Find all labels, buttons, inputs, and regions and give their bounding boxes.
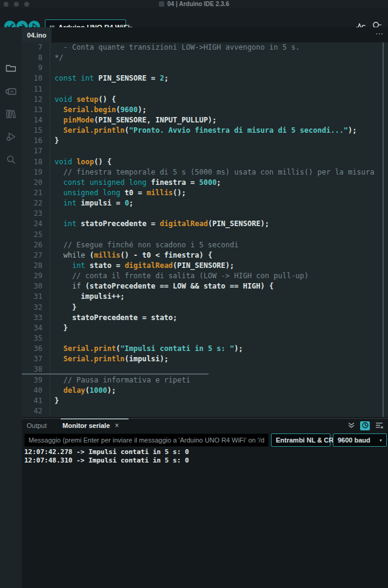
code-line[interactable]: 23 [22, 209, 388, 219]
code-line[interactable]: 42 [22, 406, 388, 416]
line-number: 40 [22, 386, 42, 396]
code-line[interactable]: 41} [22, 396, 388, 406]
collapse-panel-button[interactable] [346, 421, 356, 430]
code-text: // finestra temporale di 5 s (5000 ms) u… [55, 167, 374, 178]
code-text: Serial.begin(9600); [55, 105, 147, 115]
more-actions-icon[interactable]: ⋯ [375, 27, 384, 42]
serial-monitor-output[interactable]: 12:07:42.278 -> Impulsi contati in 5 s: … [24, 448, 388, 464]
line-number: 33 [22, 313, 42, 323]
code-line[interactable]: 26 // Esegue finché non scadono i 5 seco… [22, 240, 388, 250]
timestamp-toggle-button[interactable] [360, 421, 370, 430]
code-line[interactable]: 16} [22, 136, 388, 146]
line-number: 14 [22, 115, 42, 125]
code-line[interactable]: 35 [22, 333, 388, 344]
line-number: 8 [22, 53, 42, 63]
sidebar-item-search[interactable] [0, 150, 22, 169]
code-line[interactable]: 36 Serial.print("Impulsi contati in 5 s:… [22, 344, 388, 354]
code-line[interactable]: 21 unsigned long t0 = millis(); [22, 188, 388, 198]
sidebar-item-debug[interactable] [0, 127, 22, 145]
line-ending-select[interactable]: Entrambi NL & CR ▾ [271, 433, 330, 447]
line-number: 19 [22, 167, 42, 178]
code-line[interactable]: 40 delay(1000); [22, 386, 388, 396]
line-number: 11 [22, 84, 42, 95]
code-text: Serial.print("Impulsi contati in 5 s: ")… [55, 344, 243, 354]
arduino-ide-window: 04 | Arduino IDE 2.3.6 ψ Arduino UNO R4 … [0, 0, 388, 588]
editor-tabbar: 04.ino ⋯ [22, 27, 388, 42]
code-line[interactable]: 28 int stato = digitalRead(PIN_SENSORE); [22, 261, 388, 271]
line-number: 32 [22, 302, 42, 313]
code-line[interactable]: 25 [22, 230, 388, 240]
code-line[interactable]: 11 [22, 84, 388, 95]
code-line[interactable]: 12void setup() { [22, 95, 388, 105]
vertical-scrollbar[interactable] [383, 42, 384, 417]
code-text: const int PIN_SENSORE = 2; [55, 73, 169, 84]
code-text: impulsi++; [55, 292, 125, 302]
code-line[interactable]: 19 // finestra temporale di 5 s (5000 ms… [22, 167, 388, 178]
window-title: 04 | Arduino IDE 2.3.6 [0, 0, 388, 8]
sidebar-item-library-manager[interactable] [0, 105, 22, 123]
gutter-divider [50, 42, 50, 416]
code-line[interactable]: 30 if (statoPrecedente == LOW && stato =… [22, 281, 388, 292]
code-text: void loop() { [55, 157, 112, 167]
code-text: unsigned long t0 = millis(); [55, 188, 186, 198]
folder-icon [5, 64, 16, 73]
code-text: // conta il fronte di salita (LOW -> HIG… [55, 271, 309, 281]
code-text: int impulsi = 0; [55, 198, 133, 209]
code-line[interactable]: 15 Serial.println("Pronto. Avvio finestr… [22, 125, 388, 136]
code-line[interactable]: 18void loop() { [22, 157, 388, 167]
code-line[interactable]: 17 [22, 146, 388, 156]
tab-label: 04.ino [27, 32, 47, 39]
code-lines: 7 - Conta quante transizioni LOW->HIGH a… [22, 42, 388, 416]
code-line[interactable]: 14 pinMode(PIN_SENSORE, INPUT_PULLUP); [22, 115, 388, 125]
horizontal-scrollbar[interactable] [22, 373, 209, 375]
tab-serial-monitor[interactable]: Monitor seriale × [62, 421, 119, 430]
line-number: 41 [22, 396, 42, 406]
line-number: 24 [22, 219, 42, 229]
line-number: 9 [22, 63, 42, 73]
line-number: 28 [22, 261, 42, 271]
code-line[interactable]: 34 } [22, 323, 388, 333]
baud-rate-select[interactable]: 9600 baud ▾ [333, 433, 387, 447]
code-line[interactable]: 20 const unsigned long finestra = 5000; [22, 178, 388, 188]
code-line[interactable]: 24 int statoPrecedente = digitalRead(PIN… [22, 219, 388, 229]
code-line[interactable]: 37 Serial.println(impulsi); [22, 354, 388, 364]
code-line[interactable]: 29 // conta il fronte di salita (LOW -> … [22, 271, 388, 281]
code-line[interactable]: 27 while (millis() - t0 < finestra) { [22, 250, 388, 261]
line-number: 35 [22, 333, 42, 344]
code-editor[interactable]: 7 - Conta quante transizioni LOW->HIGH a… [22, 42, 388, 417]
code-line[interactable]: 33 statoPrecedente = stato; [22, 313, 388, 323]
panel-header-icons [346, 421, 388, 430]
code-line[interactable]: 39 // Pausa informativa e ripeti [22, 375, 388, 386]
sidebar-item-boards-manager[interactable] [0, 82, 22, 100]
code-text: void setup() { [55, 95, 116, 105]
sidebar-item-sketchbook[interactable] [0, 59, 22, 77]
line-number: 7 [22, 42, 42, 53]
code-line[interactable]: 31 impulsi++; [22, 292, 388, 302]
bottom-panel: Output Monitor seriale × [22, 418, 388, 588]
serial-output-line: 12:07:42.278 -> Impulsi contati in 5 s: … [24, 448, 388, 456]
toolbar: ψ Arduino UNO R4 WiFi ▾ [0, 8, 388, 27]
line-number: 13 [22, 105, 42, 115]
code-line[interactable]: 9 [22, 63, 388, 73]
code-line[interactable]: 32 } [22, 302, 388, 313]
code-line[interactable]: 8*/ [22, 53, 388, 63]
books-icon [5, 109, 16, 119]
code-line[interactable]: 7 - Conta quante transizioni LOW->HIGH a… [22, 42, 388, 53]
line-number: 23 [22, 209, 42, 219]
tab-04-ino[interactable]: 04.ino [22, 27, 52, 42]
code-text: - Conta quante transizioni LOW->HIGH avv… [55, 42, 300, 53]
tab-output[interactable]: Output [27, 422, 47, 429]
close-icon[interactable]: × [115, 421, 119, 430]
line-number: 20 [22, 178, 42, 188]
serial-output-line: 12:07:48.310 -> Impulsi contati in 5 s: … [24, 456, 388, 465]
code-line[interactable]: 10const int PIN_SENSORE = 2; [22, 73, 388, 84]
code-text: // Esegue finché non scadono i 5 secondi [55, 240, 238, 250]
clear-lines-icon [375, 420, 383, 431]
line-number: 25 [22, 230, 42, 240]
activity-sidebar [0, 27, 22, 588]
chevron-down-icon: ▾ [375, 438, 382, 443]
code-line[interactable]: 22 int impulsi = 0; [22, 198, 388, 209]
serial-message-input[interactable] [24, 433, 269, 447]
clear-output-button[interactable] [374, 421, 384, 430]
code-line[interactable]: 13 Serial.begin(9600); [22, 105, 388, 115]
